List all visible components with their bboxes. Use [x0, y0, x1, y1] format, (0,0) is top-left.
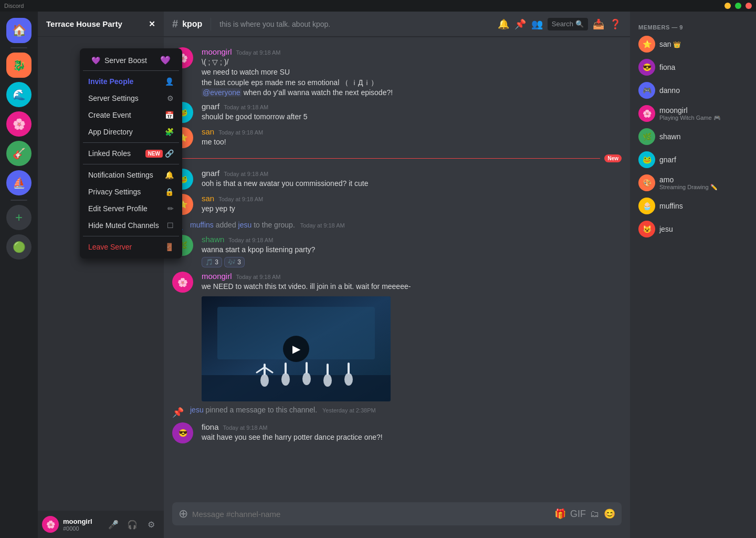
server-icon-5[interactable]: ⛵ [6, 170, 32, 195]
server-header[interactable]: Terrace House Party ✕ [38, 12, 164, 37]
deafen-button[interactable]: 🎧 [124, 516, 141, 533]
system-user-muffins[interactable]: muffins [190, 221, 214, 229]
svg-point-9 [302, 373, 311, 385]
emoji-icon[interactable]: 😊 [604, 508, 615, 520]
menu-item-create-event[interactable]: Create Event 📅 [83, 107, 179, 123]
msg-timestamp-7: Today at 9:18 AM [236, 274, 281, 280]
server-icon-discord-home[interactable]: 🏠 [6, 18, 32, 43]
reaction-2[interactable]: 🎶 3 [224, 257, 245, 267]
msg-username-2[interactable]: gnarf [202, 102, 219, 111]
member-info-fiona: fiona [659, 63, 675, 71]
server-icon-2[interactable]: 🌊 [6, 82, 32, 107]
pin-user[interactable]: jesu [190, 406, 204, 414]
menu-item-server-boost[interactable]: 💜 Server Boost 💜 [87, 52, 175, 68]
minimize-button[interactable] [724, 3, 731, 9]
menu-item-app-directory[interactable]: App Directory 🧩 [83, 123, 179, 140]
maximize-button[interactable] [735, 3, 741, 9]
server-icon-4[interactable]: 🎸 [6, 141, 32, 166]
help-icon[interactable]: ❓ [609, 18, 622, 30]
menu-item-hide-muted[interactable]: Hide Muted Channels ☐ [83, 217, 179, 234]
video-embed[interactable]: ▶ [202, 296, 391, 401]
msg-username-8[interactable]: fiona [202, 422, 219, 431]
msg-username-3[interactable]: san [202, 127, 214, 136]
message-msg5: ⭐ san Today at 9:18 AM yep yep ty [164, 192, 630, 217]
avatar-msg8[interactable]: 😎 [172, 422, 193, 443]
member-name-muffins: muffins [659, 202, 683, 210]
menu-item-privacy-settings[interactable]: Privacy Settings 🔒 [83, 183, 179, 200]
message-msg6: 🌿 shawn Today at 9:18 AM wanna start a k… [164, 233, 630, 270]
server-settings-label: Server Settings [88, 94, 139, 102]
linked-roles-label: Linked Roles [88, 149, 131, 158]
menu-item-leave-server[interactable]: Leave Server 🚪 [83, 239, 179, 255]
member-info-shawn: shawn [659, 132, 680, 141]
play-button[interactable]: ▶ [283, 336, 309, 362]
menu-label-server-boost: Server Boost [104, 56, 156, 65]
system-user-jesu[interactable]: jesu [238, 221, 252, 229]
member-item-san[interactable]: ⭐ san 👑 [634, 33, 752, 56]
member-name-danno: danno [659, 86, 680, 95]
member-item-moongirl[interactable]: 🌸 moongirl Playing Witch Game 🎮 [634, 102, 752, 125]
member-avatar-san: ⭐ [638, 36, 655, 53]
server-icon-active[interactable]: 🐉 [6, 53, 32, 78]
user-info: moongirl #0000 [63, 518, 101, 532]
context-menu: 💜 Server Boost 💜 Invite People 👤 Server … [80, 48, 182, 258]
user-settings-button[interactable]: ⚙ [143, 516, 160, 533]
member-name-san: san 👑 [659, 40, 681, 48]
msg-username-1[interactable]: moongirl [202, 47, 232, 56]
member-item-shawn[interactable]: 🌿 shawn [634, 125, 752, 148]
avatar-msg7[interactable]: 🌸 [172, 272, 193, 293]
input-add-button[interactable]: ⊕ [178, 507, 188, 521]
menu-item-edit-server-profile[interactable]: Edit Server Profile ✏ [83, 200, 179, 217]
notification-icon[interactable]: 🔔 [497, 18, 510, 30]
svg-point-11 [323, 374, 332, 387]
member-item-fiona[interactable]: 😎 fiona [634, 56, 752, 79]
member-item-danno[interactable]: 🎮 danno [634, 79, 752, 102]
members-icon[interactable]: 👥 [531, 18, 543, 30]
explore-servers-button[interactable]: 🟢 [6, 234, 32, 260]
add-server-button[interactable]: + [6, 205, 32, 230]
event-icon: 📅 [165, 111, 174, 119]
server-icon-3[interactable]: 🌸 [6, 111, 32, 137]
pin-message-text: pinned a message to this channel. [206, 406, 317, 414]
app-icon: 🧩 [165, 128, 174, 136]
close-button[interactable] [746, 3, 752, 9]
msg-username-6[interactable]: shawn [202, 235, 224, 244]
member-avatar-moongirl: 🌸 [638, 105, 655, 122]
member-avatar-amo: 🎨 [638, 174, 655, 191]
msg-text-3: me too! [202, 137, 622, 147]
pin-icon[interactable]: 📌 [514, 18, 527, 30]
msg-username-7[interactable]: moongirl [202, 272, 232, 281]
menu-item-linked-roles[interactable]: Linked Roles NEW 🔗 [83, 145, 179, 162]
member-item-gnarf[interactable]: 🐸 gnarf [634, 148, 752, 171]
menu-divider-3 [83, 164, 179, 164]
message-input[interactable] [192, 510, 550, 519]
member-name-fiona: fiona [659, 63, 675, 71]
member-name-moongirl: moongirl [659, 106, 721, 115]
member-item-jesu[interactable]: 😺 jesu [634, 218, 752, 241]
member-item-amo[interactable]: 🎨 amo Streaming Drawing ✏️ [634, 171, 752, 194]
lock-icon: 🔒 [165, 188, 174, 196]
msg-username-5[interactable]: san [202, 194, 214, 203]
mention-everyone[interactable]: @everyone [202, 88, 242, 97]
msg-timestamp-6: Today at 9:18 AM [228, 237, 273, 243]
msg-username-4[interactable]: gnarf [202, 169, 219, 178]
member-item-muffins[interactable]: 🧁 muffins [634, 194, 752, 218]
search-bar[interactable]: Search 🔍 [548, 18, 588, 30]
member-info-gnarf: gnarf [659, 156, 676, 164]
channel-header: # kpop this is where you talk. about kpo… [164, 12, 630, 37]
menu-item-notification-settings[interactable]: Notification Settings 🔔 [83, 167, 179, 183]
sticker-icon[interactable]: 🗂 [590, 509, 600, 520]
inbox-icon[interactable]: 📥 [592, 18, 605, 30]
gift-icon[interactable]: 🎁 [554, 508, 566, 520]
avatar[interactable]: 🌸 [42, 516, 59, 533]
menu-item-invite-people[interactable]: Invite People 👤 [83, 73, 179, 90]
system-to-group-text: to the group. [254, 221, 295, 229]
member-info-moongirl: moongirl Playing Witch Game 🎮 [659, 106, 721, 121]
member-avatar-jesu: 😺 [638, 221, 655, 237]
link-icon: 🔗 [165, 149, 174, 158]
mute-button[interactable]: 🎤 [105, 516, 122, 533]
gif-icon[interactable]: GIF [570, 509, 586, 520]
reaction-1[interactable]: 🎵 3 [202, 257, 222, 267]
menu-item-server-settings[interactable]: Server Settings ⚙ [83, 90, 179, 107]
msg-header-8: fiona Today at 9:18 AM [202, 422, 622, 431]
